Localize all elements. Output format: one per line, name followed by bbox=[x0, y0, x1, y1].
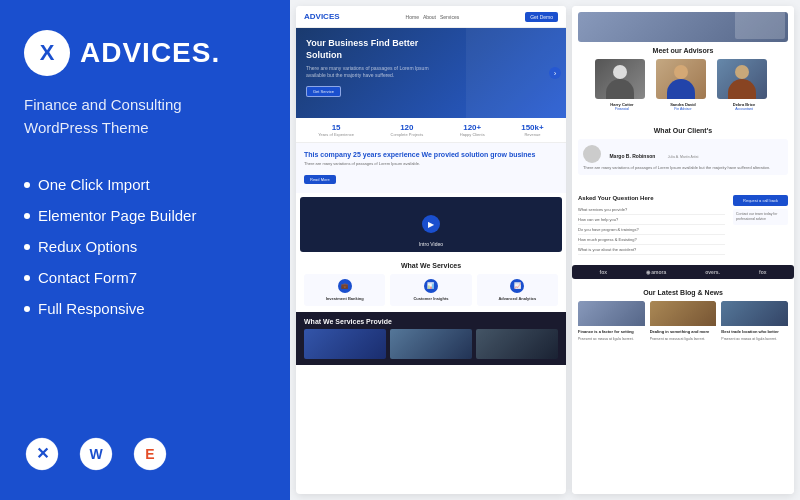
x-logo-icon: X bbox=[24, 30, 70, 76]
preview-col-right: Meet our Advisors Harry Cotter Financial bbox=[572, 6, 794, 494]
dark-image bbox=[476, 329, 558, 359]
blog-title: Our Latest Blog & News bbox=[578, 289, 788, 296]
clients-section: What Our Client's Margo B. Robinson Juli… bbox=[572, 121, 794, 185]
faq-item: What services you provide? bbox=[578, 205, 725, 215]
blog-image bbox=[650, 301, 717, 326]
stat-item: 150k+ Revenue bbox=[521, 123, 543, 137]
logo-item: fox bbox=[599, 269, 607, 275]
list-item: Full Responsive bbox=[24, 293, 266, 324]
advisor-card: Sandra David Fin Advisor bbox=[656, 59, 711, 111]
brand-area: X ADVICES. bbox=[24, 30, 266, 76]
service-card: 💼 Investment Banking bbox=[304, 274, 385, 306]
site-nav: Home About Services bbox=[406, 14, 460, 20]
site-header: ADVICES Home About Services Get Demo bbox=[296, 6, 566, 28]
company-title: This company 25 years experience We prov… bbox=[304, 151, 558, 158]
blog-image bbox=[721, 301, 788, 326]
svg-text:W: W bbox=[89, 446, 103, 462]
wordpress-icon: W bbox=[78, 436, 114, 472]
video-label: Intro Video bbox=[419, 241, 443, 247]
faq-item: How much progress & Exsisting? bbox=[578, 235, 725, 245]
hero-section: Your Business Find Better Solution There… bbox=[296, 28, 566, 118]
stat-item: 120+ Happy Clients bbox=[460, 123, 485, 137]
advisors-title: Meet our Advisors bbox=[578, 47, 788, 54]
list-item: Elementor Page Builder bbox=[24, 200, 266, 231]
faq-title: Asked Your Question Here bbox=[578, 195, 725, 201]
dark-image bbox=[304, 329, 386, 359]
advisor-photo bbox=[595, 59, 645, 99]
service-icon: 📈 bbox=[510, 279, 524, 293]
hero-subtitle: There are many variations of passages of… bbox=[306, 65, 436, 79]
blog-card: Finance is a factor for setting Praesent… bbox=[578, 301, 645, 341]
list-item: Contact Form7 bbox=[24, 262, 266, 293]
advisor-card: Debra Brice Accountant bbox=[717, 59, 772, 111]
service-card: 📈 Advanced Analytics bbox=[477, 274, 558, 306]
services-grid: 💼 Investment Banking 📊 Customer Insights… bbox=[304, 274, 558, 306]
clients-title: What Our Client's bbox=[578, 127, 788, 134]
advisor-photo bbox=[656, 59, 706, 99]
list-item: Redux Options bbox=[24, 231, 266, 262]
feature-list: One Click Import Elementor Page Builder … bbox=[24, 169, 266, 324]
hero-button[interactable]: Get Service bbox=[306, 86, 341, 97]
brand-tagline: Finance and Consulting WordPress Theme bbox=[24, 94, 266, 139]
hero-nav-arrow[interactable]: › bbox=[549, 67, 561, 79]
client-company: Julia A. Martin Artist bbox=[668, 155, 699, 159]
video-section: ▶ Intro Video bbox=[300, 197, 562, 252]
client-avatar bbox=[583, 145, 601, 163]
demo-button[interactable]: Get Demo bbox=[525, 12, 558, 22]
blog-card: Dealing in something and more Praesent a… bbox=[650, 301, 717, 341]
brand-name: ADVICES. bbox=[80, 37, 220, 69]
blog-section: Our Latest Blog & News Finance is a fact… bbox=[572, 283, 794, 494]
blog-image bbox=[578, 301, 645, 326]
logo-item: overs. bbox=[705, 269, 720, 275]
site-logo: ADVICES bbox=[304, 12, 340, 21]
stats-bar: 15 Years of Experience 120 Complete Proj… bbox=[296, 118, 566, 143]
right-panel: ADVICES Home About Services Get Demo You… bbox=[290, 0, 800, 500]
blog-card: Best trade location who better Praesent … bbox=[721, 301, 788, 341]
list-item: One Click Import bbox=[24, 169, 266, 200]
company-section: This company 25 years experience We prov… bbox=[296, 143, 566, 193]
blog-grid: Finance is a factor for setting Praesent… bbox=[578, 301, 788, 341]
service-card: 📊 Customer Insights bbox=[390, 274, 471, 306]
stat-item: 15 Years of Experience bbox=[318, 123, 354, 137]
left-panel: X ADVICES. Finance and Consulting WordPr… bbox=[0, 0, 290, 500]
advisors-row: Harry Cotter Financial Sandra David Fin … bbox=[578, 59, 788, 111]
svg-text:✕: ✕ bbox=[36, 445, 49, 462]
service-icon: 📊 bbox=[424, 279, 438, 293]
service-icon: 💼 bbox=[338, 279, 352, 293]
company-text: There are many variations of passages of… bbox=[304, 161, 558, 167]
hero-title: Your Business Find Better Solution bbox=[306, 38, 426, 61]
faq-section: Asked Your Question Here What services y… bbox=[572, 189, 794, 261]
faq-item: How can we help you? bbox=[578, 215, 725, 225]
dark-section: What We Services Provide bbox=[296, 312, 566, 365]
advisor-photo bbox=[717, 59, 767, 99]
logos-bar: fox ◉ amora overs. fox bbox=[572, 265, 794, 279]
preview-col-left: ADVICES Home About Services Get Demo You… bbox=[296, 6, 566, 494]
dark-title: What We Services Provide bbox=[304, 318, 558, 325]
client-card: Margo B. Robinson Julia A. Martin Artist… bbox=[578, 139, 788, 175]
services-section: What We Services 💼 Investment Banking 📊 … bbox=[296, 256, 566, 312]
callback-button[interactable]: Request a call back bbox=[733, 195, 788, 206]
faq-item: Do you have program & trainings? bbox=[578, 225, 725, 235]
stat-item: 120 Complete Projects bbox=[391, 123, 424, 137]
dark-image bbox=[390, 329, 472, 359]
bottom-icons: ✕ W E bbox=[24, 436, 168, 472]
logo-item: ◉ amora bbox=[646, 269, 666, 275]
play-button[interactable]: ▶ bbox=[422, 215, 440, 233]
faq-right: Request a call back Contact our team tod… bbox=[733, 195, 788, 255]
faq-item: What is your about the accident? bbox=[578, 245, 725, 255]
logo-item: fox bbox=[759, 269, 767, 275]
faq-contact-info: Contact our team today for professional … bbox=[733, 209, 788, 225]
svg-text:E: E bbox=[145, 446, 154, 462]
company-button[interactable]: Read More bbox=[304, 175, 336, 184]
elementor-icon: E bbox=[132, 436, 168, 472]
advisors-section: Meet our Advisors Harry Cotter Financial bbox=[572, 6, 794, 117]
advisor-card: Harry Cotter Financial bbox=[595, 59, 650, 111]
x-brand-icon: ✕ bbox=[24, 436, 60, 472]
faq-left: Asked Your Question Here What services y… bbox=[578, 195, 725, 255]
services-title: What We Services bbox=[304, 262, 558, 269]
dark-images bbox=[304, 329, 558, 359]
